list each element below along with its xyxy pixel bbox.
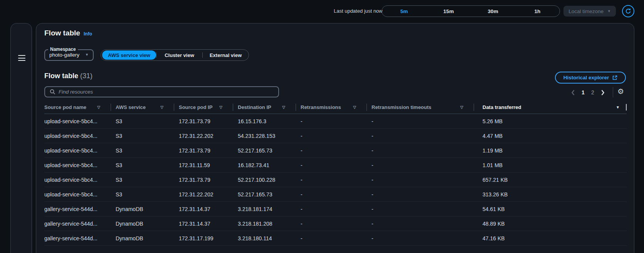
cell-destination-ip: 16.15.176.3: [233, 114, 296, 128]
column-header-retransmission-timeouts[interactable]: Retransmission timeouts ▽: [367, 101, 474, 114]
pagination: 1 2: [570, 87, 606, 97]
cell-retransmissions: -: [296, 202, 367, 216]
info-link[interactable]: Info: [84, 31, 92, 37]
cell-source-pod-name: upload-service-5bc4...: [44, 158, 111, 172]
column-header-source-pod-name[interactable]: Source pod name ▽: [44, 101, 111, 114]
search-field: [44, 86, 279, 97]
menu-icon[interactable]: [18, 55, 25, 63]
cell-data-transferred: 1.01 MB: [474, 158, 627, 172]
cell-source-pod-name: upload-service-5bc4...: [44, 173, 111, 187]
cell-data-transferred: 48.89 KB: [474, 216, 627, 231]
tab-external-view[interactable]: External view: [203, 52, 249, 58]
filter-icon[interactable]: ▽: [219, 105, 222, 109]
sort-descending-icon[interactable]: ▼: [616, 105, 620, 109]
cell-retransmission-timeouts: -: [367, 187, 474, 201]
cell-retransmission-timeouts: -: [367, 129, 474, 143]
column-header-data-transferred[interactable]: Data transferred ▼: [474, 101, 627, 114]
chevron-down-icon: ▼: [85, 53, 89, 57]
time-range-1h[interactable]: 1h: [515, 6, 560, 17]
tab-aws-service-view[interactable]: AWS service view: [102, 50, 156, 60]
cell-aws-service: S3: [111, 158, 174, 172]
cell-aws-service: S3: [111, 173, 174, 187]
table-row: gallery-service-544d... DynamoDB 172.31.…: [44, 231, 627, 246]
cell-source-pod-ip: 172.31.11.59: [174, 158, 233, 172]
chevron-down-icon: ▼: [607, 9, 611, 13]
table-row: gallery-service-544d... DynamoDB 172.31.…: [44, 202, 627, 216]
filter-icon[interactable]: ▽: [97, 105, 100, 109]
table-row: upload-service-5bc4... S3 172.31.11.59 1…: [44, 158, 627, 173]
cell-destination-ip: 52.217.100.228: [233, 173, 296, 187]
table-row: gallery-service-544d... DynamoDB 172.31.…: [44, 216, 627, 231]
cell-aws-service: S3: [111, 129, 174, 143]
cell-destination-ip: 3.218.181.174: [233, 202, 296, 216]
cell-retransmission-timeouts: -: [367, 143, 474, 157]
timezone-label: Local timezone: [568, 8, 604, 14]
cell-retransmission-timeouts: -: [367, 158, 474, 172]
page-number-2[interactable]: 2: [590, 89, 596, 96]
cell-retransmissions: -: [296, 143, 367, 157]
cell-retransmissions: -: [296, 187, 367, 201]
time-range-5m[interactable]: 5m: [382, 6, 426, 17]
search-icon: [50, 89, 55, 95]
column-header-aws-service[interactable]: AWS service ▽: [111, 101, 174, 114]
cell-source-pod-ip: 172.31.73.79: [174, 114, 233, 128]
refresh-icon: [625, 8, 632, 15]
cell-retransmissions: -: [296, 114, 367, 128]
external-link-icon: [612, 75, 617, 80]
toolbar-divider: [613, 87, 613, 97]
namespace-select[interactable]: Namespace photo-gallery ▼: [44, 49, 94, 61]
table-row: upload-service-5bc4... S3 172.31.73.79 5…: [44, 173, 627, 187]
cell-aws-service: DynamoDB: [111, 231, 174, 245]
cell-source-pod-name: gallery-service-544d...: [44, 202, 111, 216]
view-segmented-control: AWS service view Cluster view External v…: [101, 49, 249, 61]
historical-explorer-button[interactable]: Historical explorer: [555, 72, 626, 84]
cell-retransmission-timeouts: -: [367, 202, 474, 216]
cell-destination-ip: 3.218.181.208: [233, 216, 296, 231]
table-row: upload-service-5bc4... S3 172.31.73.79 5…: [44, 143, 627, 158]
gear-icon[interactable]: ⚙: [617, 87, 624, 96]
time-range-group: 5m 15m 30m 1h: [382, 5, 560, 17]
cell-source-pod-ip: 172.31.17.199: [174, 231, 233, 245]
time-range-15m[interactable]: 15m: [426, 6, 471, 17]
cell-source-pod-name: gallery-service-544d...: [44, 216, 111, 231]
filter-icon[interactable]: ▽: [353, 105, 356, 109]
namespace-label: Namespace: [48, 47, 78, 52]
cell-retransmissions: -: [296, 216, 367, 231]
filter-icon[interactable]: ▽: [460, 105, 463, 109]
column-resize-handle[interactable]: [626, 104, 627, 111]
tab-cluster-view[interactable]: Cluster view: [156, 52, 202, 58]
cell-source-pod-ip: 172.31.14.37: [174, 216, 233, 231]
table-row: upload-service-5bc4... S3 172.31.73.79 1…: [44, 114, 627, 129]
cloudwatch-flow-table-screen: Last updated just now 5m 15m 30m 1h Loca…: [0, 0, 644, 253]
cell-data-transferred: 4.47 MB: [474, 129, 627, 143]
cell-destination-ip: 52.217.165.73: [233, 187, 296, 201]
refresh-button[interactable]: [622, 5, 634, 17]
previous-page-icon[interactable]: [570, 90, 577, 96]
cell-retransmissions: -: [296, 231, 367, 245]
cell-retransmission-timeouts: -: [367, 231, 474, 245]
table-header: Source pod name ▽ AWS service ▽ Source p…: [44, 101, 627, 114]
page-number-1[interactable]: 1: [580, 89, 586, 96]
cell-source-pod-ip: 172.31.22.202: [174, 187, 233, 201]
next-page-icon[interactable]: [599, 90, 606, 96]
filter-icon[interactable]: ▽: [160, 105, 163, 109]
column-header-retransmissions[interactable]: Retransmissions ▽: [296, 101, 367, 114]
cell-retransmissions: -: [296, 173, 367, 187]
filter-icon[interactable]: ▽: [282, 105, 285, 109]
timezone-dropdown[interactable]: Local timezone ▼: [563, 6, 616, 17]
last-updated-text: Last updated just now: [334, 8, 382, 14]
cell-data-transferred: 47.16 KB: [474, 231, 627, 245]
cell-retransmission-timeouts: -: [367, 114, 474, 128]
search-input[interactable]: [59, 89, 274, 95]
time-range-30m[interactable]: 30m: [471, 6, 515, 17]
column-header-destination-ip[interactable]: Destination IP ▽: [233, 101, 296, 114]
cell-destination-ip: 54.231.228.153: [233, 129, 296, 143]
cell-source-pod-name: gallery-service-544d...: [44, 231, 111, 245]
cell-data-transferred: 5.26 MB: [474, 114, 627, 128]
cell-source-pod-ip: 172.31.22.202: [174, 129, 233, 143]
cell-data-transferred: 313.26 KB: [474, 187, 627, 201]
column-header-source-pod-ip[interactable]: Source pod IP ▽: [174, 101, 233, 114]
namespace-value: photo-gallery: [49, 52, 79, 58]
cell-retransmissions: -: [296, 158, 367, 172]
table-body: upload-service-5bc4... S3 172.31.73.79 1…: [44, 114, 627, 246]
